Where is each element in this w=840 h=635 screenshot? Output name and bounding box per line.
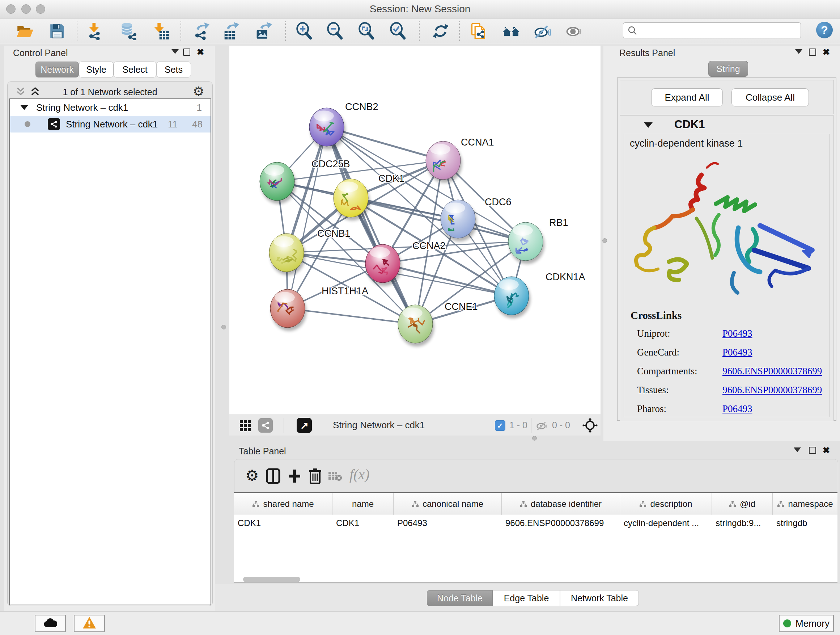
memory-button[interactable]: Memory bbox=[779, 615, 834, 632]
export-image-icon[interactable] bbox=[251, 21, 275, 42]
crosslink-value-link[interactable]: P06493 bbox=[722, 403, 752, 415]
results-panel-close-icon[interactable]: ✖ bbox=[823, 49, 830, 56]
show-all-icon[interactable] bbox=[562, 21, 586, 42]
birds-eye-view-icon[interactable] bbox=[239, 419, 252, 432]
open-session-icon[interactable] bbox=[13, 21, 36, 42]
import-table-from-file-icon[interactable] bbox=[149, 21, 172, 42]
column-header-label: @id bbox=[740, 499, 755, 509]
export-table-icon[interactable] bbox=[219, 21, 242, 42]
delete-columns-trash-icon[interactable] bbox=[308, 467, 322, 486]
collection-expand-icon[interactable] bbox=[20, 105, 28, 110]
control-panel-float-icon[interactable] bbox=[183, 49, 190, 56]
network-graph[interactable]: CCNB2CCNA1CDC25BCDK1CDC6RB1CCNB1CCNA2CDK… bbox=[229, 46, 600, 415]
table-cell[interactable]: cyclin-dependent ... bbox=[620, 515, 712, 531]
network-node-CCNA2[interactable] bbox=[365, 244, 401, 286]
table-panel-collapse-icon[interactable] bbox=[794, 448, 801, 452]
network-node-RB1[interactable] bbox=[508, 222, 545, 264]
table-cell[interactable]: stringdb:9... bbox=[712, 515, 773, 531]
network-node-HIST1H1A[interactable] bbox=[270, 289, 306, 331]
network-overview-icon[interactable] bbox=[258, 418, 273, 432]
tab-string[interactable]: String bbox=[708, 61, 748, 77]
network-edges[interactable] bbox=[277, 127, 526, 324]
table-cell[interactable]: 9606.ENSP00000378699 bbox=[502, 515, 620, 531]
table-cell[interactable]: CDK1 bbox=[234, 515, 332, 531]
crosslink-value-link[interactable]: 9606.ENSP00000378699 bbox=[722, 366, 822, 377]
network-node-CCNB2[interactable] bbox=[309, 108, 346, 149]
hidden-eye-icon[interactable] bbox=[535, 419, 548, 432]
right-splitter-handle[interactable] bbox=[602, 238, 607, 243]
left-splitter-handle[interactable] bbox=[221, 325, 226, 329]
table-cell[interactable]: stringdb bbox=[773, 515, 837, 531]
first-neighbors-icon[interactable] bbox=[500, 21, 523, 42]
export-network-icon[interactable] bbox=[189, 21, 212, 42]
zoom-fit-icon[interactable] bbox=[355, 21, 378, 42]
tab-style[interactable]: Style bbox=[79, 62, 114, 78]
column-header-name[interactable]: name bbox=[332, 493, 393, 515]
column-header-canonical-name[interactable]: canonical name bbox=[393, 493, 502, 515]
crosslink-value-link[interactable]: 9606.ENSP00000378699 bbox=[722, 385, 822, 396]
table-panel-float-icon[interactable] bbox=[809, 447, 816, 454]
crosslink-label: Uniprot: bbox=[637, 328, 722, 339]
results-panel-collapse-icon[interactable] bbox=[795, 49, 802, 54]
network-canvas[interactable]: CCNB2CCNA1CDC25BCDK1CDC6RB1CCNB1CCNA2CDK… bbox=[229, 46, 600, 415]
table-panel-close-icon[interactable]: ✖ bbox=[823, 447, 830, 454]
table-horizontal-scrollbar[interactable] bbox=[234, 576, 837, 584]
table-cell[interactable]: P06493 bbox=[393, 515, 502, 531]
zoom-in-icon[interactable] bbox=[293, 21, 316, 42]
scrollbar-thumb[interactable] bbox=[243, 577, 300, 582]
cloud-status-button[interactable] bbox=[35, 615, 66, 632]
tab-node-table[interactable]: Node Table bbox=[427, 590, 493, 606]
tab-network-table[interactable]: Network Table bbox=[560, 590, 639, 606]
table-row[interactable]: CDK1CDK1P064939606.ENSP00000378699cyclin… bbox=[234, 515, 837, 531]
control-panel-collapse-icon[interactable] bbox=[172, 49, 179, 54]
import-network-from-file-icon[interactable] bbox=[83, 21, 106, 42]
clone-network-icon[interactable] bbox=[467, 21, 490, 42]
network-node-CDK1[interactable] bbox=[333, 179, 370, 220]
column-header-database-identifier[interactable]: database identifier bbox=[502, 493, 620, 515]
selected-checkbox-icon[interactable]: ✓ bbox=[495, 420, 505, 431]
network-node-CDC25B[interactable] bbox=[260, 162, 296, 204]
tab-edge-table[interactable]: Edge Table bbox=[493, 590, 560, 606]
tab-network[interactable]: Network bbox=[35, 62, 79, 78]
search-box[interactable] bbox=[623, 22, 801, 38]
apply-layout-icon[interactable] bbox=[429, 21, 452, 42]
collapse-all-button[interactable]: Collapse All bbox=[731, 88, 809, 106]
column-header-description[interactable]: description bbox=[620, 493, 712, 515]
create-column-icon[interactable] bbox=[287, 468, 302, 486]
column-header-namespace[interactable]: namespace bbox=[773, 493, 837, 515]
column-type-icon bbox=[520, 500, 527, 508]
table-cell[interactable]: CDK1 bbox=[332, 515, 393, 531]
control-panel-close-icon[interactable]: ✖ bbox=[197, 49, 204, 56]
network-node-CCNE1[interactable] bbox=[398, 305, 434, 347]
zoom-selected-icon[interactable] bbox=[386, 21, 409, 42]
column-header-shared-name[interactable]: shared name bbox=[234, 493, 332, 515]
hide-selected-icon[interactable] bbox=[531, 21, 554, 42]
network-node-CDKN1A[interactable] bbox=[494, 277, 531, 318]
gene-collapse-icon[interactable] bbox=[644, 122, 653, 128]
hidden-counts: 0 - 0 bbox=[552, 420, 570, 431]
network-collection-row[interactable]: String Network – cdk1 1 bbox=[10, 99, 210, 116]
network-row[interactable]: String Network – cdk1 11 48 bbox=[10, 116, 210, 133]
warning-status-button[interactable] bbox=[74, 615, 105, 632]
import-network-from-database-icon[interactable] bbox=[117, 21, 140, 42]
column-header--id[interactable]: @id bbox=[712, 493, 773, 515]
save-session-icon[interactable] bbox=[46, 21, 69, 42]
crosslink-value-link[interactable]: P06493 bbox=[722, 328, 752, 339]
zoom-out-icon[interactable] bbox=[324, 21, 347, 42]
table-options-gear-icon[interactable]: ⚙ bbox=[245, 467, 259, 484]
node-label-CCNA2: CCNA2 bbox=[412, 241, 446, 251]
open-in-window-icon[interactable]: ↗ bbox=[297, 418, 312, 433]
help-button[interactable]: ? bbox=[816, 22, 833, 38]
show-columns-icon[interactable] bbox=[265, 468, 281, 486]
tab-select[interactable]: Select bbox=[114, 62, 156, 78]
search-input[interactable] bbox=[641, 25, 794, 36]
network-options-gear-icon[interactable]: ⚙ bbox=[193, 84, 204, 99]
network-node-CDC6[interactable] bbox=[441, 200, 477, 241]
expand-all-button[interactable]: Expand All bbox=[651, 88, 723, 106]
results-panel-float-icon[interactable] bbox=[809, 49, 816, 56]
crosslink-value-link[interactable]: P06493 bbox=[722, 347, 752, 358]
tab-sets[interactable]: Sets bbox=[156, 62, 191, 78]
fit-content-crosshair-icon[interactable] bbox=[583, 418, 598, 433]
bottom-splitter-handle[interactable] bbox=[532, 436, 537, 440]
network-node-CCNA1[interactable] bbox=[426, 141, 462, 183]
